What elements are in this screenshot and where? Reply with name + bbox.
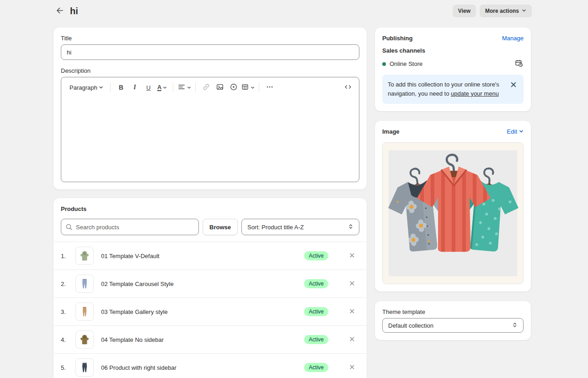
insert-link-button[interactable]	[200, 81, 213, 94]
update-your-menu-link[interactable]: update your menu	[451, 90, 499, 97]
banner-text: To add this collection to your online st…	[388, 80, 509, 98]
product-row[interactable]: 2. 02 Template Carousel Style Active	[53, 270, 367, 297]
close-icon	[349, 308, 355, 316]
toolbar-separator	[259, 83, 259, 92]
product-thumbnail-brown-hoodie	[75, 330, 94, 349]
sales-channels-label: Sales channels	[382, 47, 524, 54]
title-label: Title	[61, 35, 359, 42]
bold-icon: B	[119, 84, 123, 91]
page-title: hi	[70, 6, 78, 16]
show-html-button[interactable]	[342, 81, 354, 94]
title-input[interactable]	[61, 44, 359, 60]
paragraph-style-dropdown[interactable]: Paragraph	[67, 81, 106, 94]
select-updown-icon	[348, 224, 353, 231]
schedule-calendar-clock-icon[interactable]	[514, 59, 524, 69]
collection-image-shirts-on-hangers[interactable]	[382, 142, 524, 284]
alignment-button[interactable]	[177, 81, 191, 94]
theme-template-label: Theme template	[382, 308, 524, 315]
publishing-card: Publishing Manage Sales channels Online …	[375, 27, 531, 111]
navigation-info-banner: To add this collection to your online st…	[382, 75, 524, 104]
image-heading: Image	[382, 128, 400, 135]
close-icon	[349, 336, 355, 344]
more-actions-button[interactable]: More actions	[480, 5, 532, 17]
chevron-down-icon	[519, 128, 524, 135]
close-icon	[349, 280, 355, 288]
row-index: 4.	[61, 336, 72, 343]
manage-publishing-link[interactable]: Manage	[502, 35, 524, 42]
more-formatting-button[interactable]	[263, 81, 276, 94]
product-row[interactable]: 1. 01 Template V-Default Active	[53, 242, 367, 270]
play-circle-icon	[230, 83, 238, 92]
code-icon	[344, 83, 352, 92]
status-badge: Active	[304, 307, 328, 316]
remove-product-button[interactable]	[346, 277, 358, 290]
theme-template-select[interactable]: Default collection	[382, 318, 524, 333]
image-card: Image Edit	[375, 121, 531, 292]
select-updown-icon	[512, 322, 518, 329]
chevron-down-icon	[251, 84, 255, 91]
toolbar-separator	[195, 83, 196, 92]
toolbar-separator	[110, 83, 111, 92]
text-color-button[interactable]: A	[156, 81, 169, 94]
remove-product-button[interactable]	[346, 249, 358, 262]
status-badge: Active	[304, 251, 328, 260]
edit-image-link[interactable]: Edit	[507, 128, 524, 135]
bold-button[interactable]: B	[115, 81, 128, 94]
page-header: hi View More actions	[0, 0, 588, 22]
product-thumbnail-green-hoodie	[75, 247, 94, 265]
back-button[interactable]	[53, 5, 66, 17]
products-heading: Products	[61, 205, 359, 212]
status-badge: Active	[304, 335, 328, 344]
channel-name: Online Store	[390, 60, 422, 67]
product-list: 1. 01 Template V-Default Active 2. 0	[53, 242, 367, 378]
status-badge: Active	[304, 363, 328, 372]
chevron-down-icon	[99, 84, 103, 91]
remove-product-button[interactable]	[346, 305, 358, 318]
underline-button[interactable]: U	[142, 81, 155, 94]
row-index: 2.	[61, 281, 72, 287]
chevron-down-icon	[163, 84, 167, 91]
browse-button[interactable]: Browse	[203, 219, 238, 235]
remove-product-button[interactable]	[346, 333, 358, 346]
underline-icon: U	[146, 84, 150, 91]
sales-channel-row: Online Store	[382, 59, 524, 69]
product-row[interactable]: 3. 03 Template Gallery style Active	[53, 297, 367, 325]
arrow-left-icon	[55, 6, 64, 16]
product-title: 01 Template V-Default	[101, 253, 304, 259]
horizontal-dots-icon	[266, 83, 274, 92]
description-label: Description	[61, 67, 359, 74]
theme-template-card: Theme template Default collection	[375, 301, 531, 340]
product-title: 02 Template Carousel Style	[101, 281, 304, 287]
chevron-down-icon	[522, 8, 526, 14]
title-card: Title Description Paragraph B I U	[53, 27, 367, 189]
chevron-down-icon	[187, 84, 191, 91]
insert-table-button[interactable]	[241, 81, 255, 94]
product-row[interactable]: 5. 06 Product with right sidebar Active	[53, 353, 367, 378]
description-editor: Paragraph B I U A	[61, 77, 359, 182]
search-products-input[interactable]	[61, 219, 199, 235]
publishing-heading: Publishing	[382, 35, 412, 42]
product-title: 04 Template No sidebar	[101, 336, 304, 343]
table-icon	[241, 83, 249, 92]
view-button[interactable]: View	[453, 5, 476, 17]
product-thumbnail-tan-pants	[75, 302, 94, 321]
toolbar-separator	[173, 83, 173, 92]
insert-image-button[interactable]	[214, 81, 226, 94]
channel-status-dot	[382, 62, 386, 66]
editor-toolbar: Paragraph B I U A	[61, 77, 359, 97]
description-textarea[interactable]	[61, 97, 359, 180]
remove-product-button[interactable]	[346, 361, 358, 374]
product-title: 03 Template Gallery style	[101, 308, 304, 315]
product-thumbnail-dark-jeans	[75, 358, 94, 377]
dismiss-banner-button[interactable]	[509, 80, 518, 91]
row-index: 5.	[61, 364, 72, 371]
insert-video-button[interactable]	[227, 81, 240, 94]
close-icon	[349, 364, 355, 372]
italic-button[interactable]: I	[128, 81, 141, 94]
sort-products-select[interactable]: Sort: Product title A-Z	[241, 219, 359, 235]
text-alignment-icon	[177, 83, 186, 92]
product-thumbnail-blue-jeans	[75, 275, 94, 293]
close-icon	[349, 252, 355, 260]
product-row[interactable]: 4. 04 Template No sidebar Active	[53, 325, 367, 353]
row-index: 3.	[61, 308, 72, 315]
